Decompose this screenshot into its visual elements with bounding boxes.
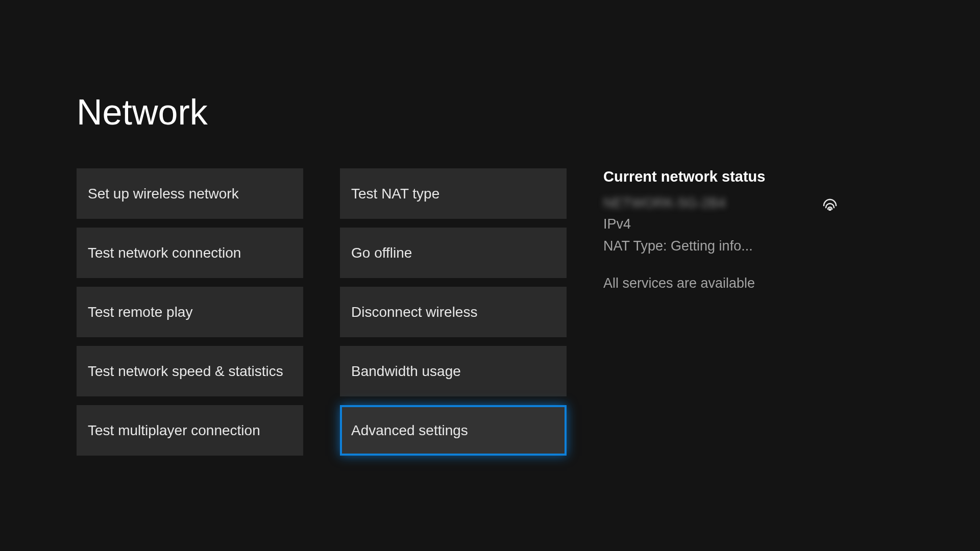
menu-column-2: Test NAT type Go offline Disconnect wire… — [340, 168, 567, 456]
disconnect-wireless-button[interactable]: Disconnect wireless — [340, 287, 567, 337]
menu-label: Advanced settings — [351, 422, 468, 439]
menu-label: Go offline — [351, 245, 412, 261]
test-network-speed-button[interactable]: Test network speed & statistics — [77, 346, 303, 396]
menu-label: Bandwidth usage — [351, 363, 461, 380]
status-panel: Current network status NETWORK-5G-2B4 IP… — [603, 168, 838, 456]
menu-label: Test NAT type — [351, 186, 439, 202]
menu-label: Disconnect wireless — [351, 304, 477, 320]
test-remote-play-button[interactable]: Test remote play — [77, 287, 303, 337]
menu-label: Test remote play — [88, 304, 192, 320]
test-nat-type-button[interactable]: Test NAT type — [340, 168, 567, 219]
setup-wireless-button[interactable]: Set up wireless network — [77, 168, 303, 219]
wifi-icon — [822, 196, 838, 211]
nat-type-label: NAT Type: Getting info... — [603, 238, 838, 254]
content-area: Set up wireless network Test network con… — [77, 168, 903, 456]
advanced-settings-button[interactable]: Advanced settings — [340, 405, 567, 456]
svg-point-0 — [829, 209, 831, 210]
network-name-label: NETWORK-5G-2B4 — [603, 195, 726, 211]
page-title: Network — [77, 92, 903, 133]
services-status-label: All services are available — [603, 276, 838, 291]
menu-column-1: Set up wireless network Test network con… — [77, 168, 303, 456]
menu-label: Test multiplayer connection — [88, 422, 260, 439]
bandwidth-usage-button[interactable]: Bandwidth usage — [340, 346, 567, 396]
test-multiplayer-button[interactable]: Test multiplayer connection — [77, 405, 303, 456]
ip-version-label: IPv4 — [603, 216, 838, 232]
menu-label: Set up wireless network — [88, 186, 239, 202]
menu-label: Test network speed & statistics — [88, 363, 283, 380]
test-network-connection-button[interactable]: Test network connection — [77, 228, 303, 278]
network-row: NETWORK-5G-2B4 — [603, 195, 838, 211]
go-offline-button[interactable]: Go offline — [340, 228, 567, 278]
status-heading: Current network status — [603, 168, 838, 185]
menu-label: Test network connection — [88, 245, 241, 261]
